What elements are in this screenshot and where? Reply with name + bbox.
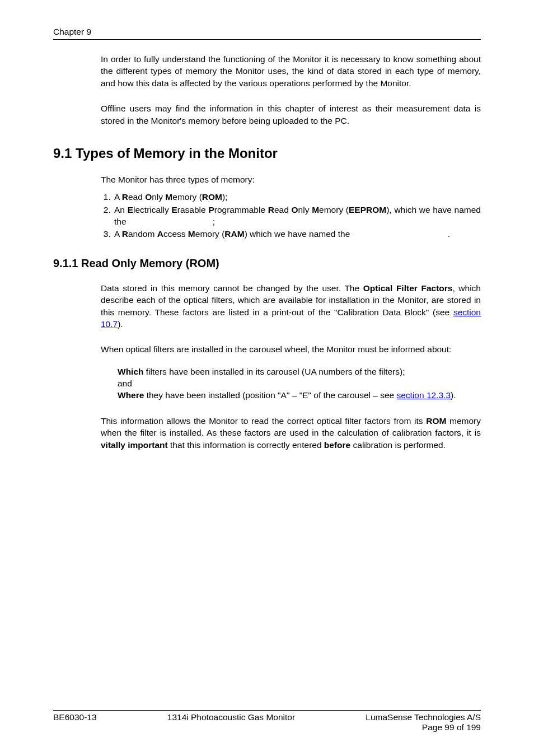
- document-page: Chapter 9 In order to fully understand t…: [0, 0, 534, 756]
- body: In order to fully understand the functio…: [101, 53, 481, 89]
- which-clause: Which filters have been installed in its…: [118, 366, 481, 377]
- subsection-heading-9-1-1: 9.1.1 Read Only Memory (ROM): [53, 257, 481, 270]
- footer-rule: [53, 710, 481, 711]
- link-section-12-3-3[interactable]: section 12.3.3: [397, 390, 451, 400]
- and-line: and: [118, 377, 481, 389]
- where-clause: Where they have been installed (position…: [118, 389, 481, 401]
- paragraph: Offline users may find the information i…: [101, 102, 481, 127]
- header-rule: [53, 39, 481, 40]
- list-item: A Read Only Memory (ROM);: [113, 191, 481, 203]
- footer-company: LumaSense Technologies A/S: [366, 712, 481, 722]
- page-footer: BE6030-13 1314i Photoacoustic Gas Monito…: [53, 710, 481, 732]
- paragraph: When optical filters are installed in th…: [101, 343, 481, 355]
- footer-page-number: Page 99 of 199: [422, 722, 481, 732]
- list-item: A Random Access Memory (RAM) which we ha…: [113, 228, 481, 240]
- paragraph: This information allows the Monitor to r…: [101, 415, 481, 451]
- section-heading-9-1: 9.1 Types of Memory in the Monitor: [53, 146, 481, 161]
- memory-types-list: A Read Only Memory (ROM); An Electricall…: [101, 191, 481, 240]
- paragraph: In order to fully understand the functio…: [101, 53, 481, 89]
- running-header: Chapter 9: [53, 27, 481, 37]
- list-item: An Electrically Erasable Programmable Re…: [113, 204, 481, 228]
- paragraph: Data stored in this memory cannot be cha…: [101, 282, 481, 330]
- footer-doc-id: BE6030-13: [53, 712, 97, 732]
- paragraph: The Monitor has three types of memory:: [101, 174, 481, 185]
- footer-title: 1314i Photoacoustic Gas Monitor: [167, 712, 295, 732]
